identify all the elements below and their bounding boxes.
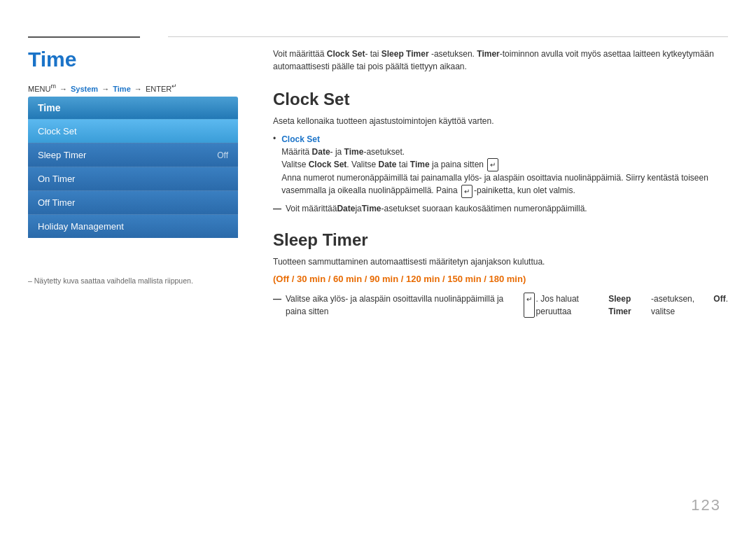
bullet-desc1: Määritä	[281, 147, 312, 157]
sleep-timer-title: Sleep Timer	[273, 230, 728, 250]
sidebar-item-sleeptimer-label: Sleep Timer	[38, 150, 86, 160]
sidebar-item-ontimer[interactable]: On Timer	[28, 167, 238, 190]
timer-options: (Off / 30 min / 60 min / 90 min / 120 mi…	[273, 274, 728, 284]
enter-icon2: ↵	[461, 185, 472, 198]
note-date: Date	[337, 202, 355, 215]
instr1-pre: Valitse	[281, 160, 308, 169]
top-line-left	[28, 36, 140, 38]
intro-text3: -asetuksen.	[429, 49, 477, 59]
breadcrumb-enter: ENTER↵	[146, 85, 177, 93]
sidebar-item-sleeptimer-value: Off	[217, 150, 228, 160]
sidebar-item-holiday[interactable]: Holiday Management	[28, 214, 238, 238]
instr1-date: Date	[379, 160, 397, 169]
sidebar-item-offtimer[interactable]: Off Timer	[28, 190, 238, 214]
sidebar-item-sleeptimer[interactable]: Sleep Timer Off	[28, 143, 238, 167]
note-post: -asetukset suoraan kaukosäätimen numeron…	[382, 202, 587, 215]
sleep-note-sleeptimer: Sleep Timer	[608, 293, 651, 318]
sidebar-item-holiday-label: Holiday Management	[38, 221, 124, 232]
sidebar: Time Clock Set Sleep Timer Off On Timer …	[28, 97, 238, 238]
clock-set-section: Clock Set Aseta kellonaika tuotteen ajas…	[273, 90, 728, 215]
breadcrumb-system: System	[71, 85, 98, 93]
page-title: Time	[28, 48, 76, 71]
sidebar-note: – Näytetty kuva saattaa vaihdella mallis…	[28, 276, 193, 285]
breadcrumb-arrow2: →	[102, 85, 111, 93]
clock-set-note: — Voit määrittää Date ja Time-asetukset …	[273, 202, 728, 215]
note-mid: ja	[355, 202, 361, 215]
sleep-note-mid: . Jos haluat peruuttaa	[536, 293, 609, 318]
breadcrumb-arrow3: →	[134, 85, 144, 93]
sleep-note-post: -asetuksen, valitse	[651, 293, 713, 318]
breadcrumb-arrow1: →	[59, 85, 69, 93]
clock-set-subtitle: Aseta kellonaika tuotteen ajastustoimint…	[273, 116, 728, 126]
intro-timer: Timer	[477, 49, 499, 59]
intro-text1: Voit määrittää	[273, 49, 327, 59]
bullet-ja: - ja	[330, 147, 344, 157]
main-content: Voit määrittää Clock Set- tai Sleep Time…	[273, 48, 728, 318]
sidebar-item-clockset-label: Clock Set	[38, 126, 77, 136]
intro-text2: - tai	[365, 49, 381, 59]
clock-set-bullet: • Clock Set Määritä Date- ja Time-asetuk…	[273, 133, 728, 198]
sleep-timer-section: Sleep Timer Tuotteen sammuttaminen autom…	[273, 230, 728, 318]
sleep-note-off: Off	[713, 293, 725, 318]
instr1-mid: . Valitse	[346, 160, 378, 169]
instr1-tai: tai	[397, 160, 410, 169]
top-line-right	[168, 36, 728, 37]
instr1-cs: Clock Set	[309, 160, 347, 169]
sidebar-title: Time	[28, 97, 238, 119]
bullet-time: Time	[344, 147, 364, 157]
sleep-note-text: Valitse aika ylös- ja alaspäin osoittavi…	[286, 293, 522, 318]
bullet-date: Date	[312, 147, 330, 157]
instr2-post: -painiketta, kun olet valmis.	[474, 185, 575, 195]
page-number: 123	[691, 496, 721, 514]
sidebar-item-clockset[interactable]: Clock Set	[28, 119, 238, 143]
note-time: Time	[362, 202, 382, 215]
intro-clockset: Clock Set	[327, 49, 365, 59]
note-text: Voit määrittää	[286, 202, 337, 215]
bullet-content: Clock Set Määritä Date- ja Time-asetukse…	[281, 133, 728, 198]
sleep-timer-subtitle: Tuotteen sammuttaminen automaattisesti m…	[273, 257, 728, 267]
sleep-note-dash: —	[273, 293, 281, 318]
sidebar-item-ontimer-label: On Timer	[38, 174, 75, 184]
intro-sleeptimer: Sleep Timer	[382, 49, 429, 59]
clock-set-title: Clock Set	[273, 90, 728, 109]
instr1-time: Time	[410, 160, 430, 169]
breadcrumb-menu: MENUm	[28, 85, 56, 93]
breadcrumb: MENUm → System → Time → ENTER↵	[28, 83, 177, 93]
breadcrumb-time: Time	[113, 85, 130, 93]
sidebar-item-offtimer-label: Off Timer	[38, 197, 75, 208]
enter-icon1: ↵	[487, 158, 498, 171]
sleep-note-end: .	[726, 293, 728, 318]
intro-paragraph: Voit määrittää Clock Set- tai Sleep Time…	[273, 48, 728, 73]
enter-icon3: ↵	[524, 293, 535, 318]
instr1-post: ja paina sitten	[430, 160, 486, 169]
bullet-clockset-label: Clock Set	[281, 134, 320, 144]
bullet-asetukset: -asetukset.	[363, 147, 405, 157]
sleep-timer-note: — Valitse aika ylös- ja alaspäin osoitta…	[273, 293, 728, 318]
note-dash: —	[273, 202, 281, 215]
bullet-dot: •	[273, 134, 276, 198]
